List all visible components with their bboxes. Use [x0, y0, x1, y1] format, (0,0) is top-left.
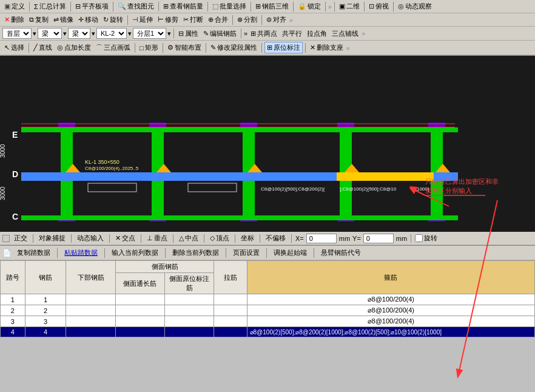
- cantilever-code-btn[interactable]: 悬臂钢筋代号: [318, 247, 364, 259]
- cell-id-4[interactable]: 4: [1, 327, 25, 337]
- input-col-btn[interactable]: 输入当前列数据: [109, 247, 161, 259]
- cell-bottom-1[interactable]: [66, 294, 115, 305]
- svg-text:KL-1 350×550: KL-1 350×550: [85, 159, 119, 165]
- cell-tie-2[interactable]: [214, 305, 247, 316]
- sep7: [293, 2, 294, 12]
- move-btn[interactable]: ✛ 移动: [76, 15, 100, 25]
- rotate-checkbox[interactable]: [415, 234, 423, 242]
- delete-btn[interactable]: ✕ 删除: [2, 15, 26, 25]
- edit-rebar-icon: ✎: [203, 30, 209, 38]
- intersect-btn[interactable]: ✕ 交点: [113, 233, 137, 243]
- cell-side-local-4[interactable]: [165, 327, 214, 337]
- three-arc-btn[interactable]: ⌒ 三点画弧: [94, 42, 132, 53]
- col-bottom-header: 下部钢筋: [66, 261, 115, 294]
- cell-hoop-3[interactable]: ⌀8@100/200(4): [247, 316, 534, 327]
- svg-text:C8@100(2)[500];C8@200(2)[: C8@100(2)[500];C8@200(2)[: [261, 186, 325, 192]
- batch-select-btn[interactable]: ⬚ 批量选择: [210, 1, 248, 12]
- del-support-btn[interactable]: ✕ 删除支座: [308, 42, 345, 53]
- three-pts-aux-btn[interactable]: 三点辅线: [330, 29, 360, 39]
- cell-side-long-3[interactable]: [115, 316, 164, 327]
- swap-end-btn[interactable]: 调换起始端: [271, 247, 310, 259]
- cell-no-2[interactable]: 2: [25, 305, 66, 316]
- view-rebar-btn[interactable]: ⊞ 查看钢筋量: [161, 1, 205, 12]
- lock-btn[interactable]: 🔒 锁定: [296, 1, 323, 12]
- twopts-icon: ⊞: [251, 30, 256, 38]
- snap-btn[interactable]: 对象捕捉: [37, 233, 67, 243]
- rotate-icon: ↻: [103, 16, 109, 24]
- id-dropdown[interactable]: KL-2: [96, 28, 127, 39]
- midpt-btn[interactable]: △ 中点: [177, 233, 200, 243]
- cell-side-local-3[interactable]: [165, 316, 214, 327]
- name-dropdown[interactable]: 梁: [68, 28, 90, 39]
- cell-hoop-4[interactable]: ⌀8@100(2)[500];⌀8@200(2)[1000];⌀8@100(2)…: [247, 327, 534, 337]
- rect-btn[interactable]: □ 矩形: [138, 42, 160, 53]
- y-input[interactable]: [363, 234, 394, 243]
- align-slab-btn[interactable]: ⊟ 平齐板项: [73, 1, 110, 12]
- coord-btn[interactable]: 坐标: [239, 233, 256, 243]
- rebar3d-icon: ⊞: [255, 2, 261, 10]
- cell-no-4[interactable]: 4: [25, 327, 66, 337]
- cell-side-local-2[interactable]: [165, 305, 214, 316]
- parallel-btn[interactable]: 共平行: [280, 29, 304, 39]
- x-input[interactable]: [306, 234, 337, 243]
- del-col-btn[interactable]: 删除当前列数据: [169, 247, 222, 259]
- cell-no-3[interactable]: 3: [25, 316, 66, 327]
- cell-hoop-1[interactable]: ⌀8@100/200(4): [247, 294, 534, 305]
- extend-btn[interactable]: ⊣ 延伸: [130, 15, 155, 25]
- cell-bottom-4[interactable]: [66, 327, 115, 337]
- cell-side-long-1[interactable]: [115, 294, 164, 305]
- corner-btn[interactable]: 拉点角: [305, 29, 329, 39]
- svg-text:E: E: [12, 130, 18, 140]
- ss9: [291, 234, 292, 243]
- cell-bottom-3[interactable]: [66, 316, 115, 327]
- cell-id-3[interactable]: 3: [1, 316, 25, 327]
- dynamic-obs-btn[interactable]: ◎ 动态观察: [396, 1, 434, 12]
- copy-step-btn[interactable]: 复制踏数据: [14, 247, 53, 259]
- smart-layout-btn[interactable]: ⚙ 智能布置: [166, 42, 203, 53]
- dynamic-icon: ◎: [398, 2, 404, 10]
- dynamic-input-btn[interactable]: 动态输入: [75, 233, 106, 243]
- cell-tie-4[interactable]: [214, 327, 247, 337]
- floor-dropdown[interactable]: 分层1: [133, 28, 166, 39]
- cell-no-1[interactable]: 1: [25, 294, 66, 305]
- cell-tie-3[interactable]: [214, 316, 247, 327]
- type-dropdown[interactable]: 梁: [38, 28, 62, 39]
- vertex-btn[interactable]: ◇ 顶点: [208, 233, 231, 243]
- merge-btn[interactable]: ⊕ 合并: [206, 15, 230, 25]
- paste-step-btn[interactable]: 粘贴踏数据: [61, 247, 101, 259]
- rebar-3d-btn[interactable]: ⊞ 钢筋三维: [254, 1, 291, 12]
- cell-hoop-2[interactable]: ⌀8@100/200(4): [247, 305, 534, 316]
- property-btn[interactable]: ⊟ 属性: [177, 29, 200, 39]
- find-elem-btn[interactable]: 🔍 查找图元: [116, 1, 156, 12]
- break-btn[interactable]: ✂ 打断: [181, 15, 205, 25]
- top-view-btn[interactable]: ⊡ 俯视: [367, 1, 391, 12]
- copy-btn[interactable]: ⧉ 复制: [27, 15, 50, 25]
- layer-dropdown[interactable]: 首层: [2, 28, 32, 39]
- select-btn[interactable]: ↖ 选择: [2, 42, 26, 53]
- no-offset-btn[interactable]: 不偏移: [264, 233, 288, 243]
- define-btn[interactable]: ▣ 定义: [2, 1, 27, 12]
- edit-rebar-btn[interactable]: ✎ 编辑钢筋: [201, 29, 238, 39]
- ortho-btn[interactable]: 正交: [12, 233, 29, 243]
- align-btn[interactable]: ⊜ 对齐: [264, 15, 288, 25]
- modify-seg-btn[interactable]: ✎ 修改梁段属性: [209, 42, 259, 53]
- line-btn[interactable]: ╱ 直线: [32, 42, 54, 53]
- pt-length-btn[interactable]: ◎ 点加长度: [55, 42, 93, 53]
- split-btn[interactable]: ⊗ 分割: [235, 15, 259, 25]
- two-pts-btn[interactable]: ⊞ 共两点: [249, 29, 279, 39]
- sum-calc-btn[interactable]: Σ 汇总计算: [32, 1, 68, 12]
- original-label-btn[interactable]: ⊞ 原位标注: [264, 42, 303, 53]
- cell-id-2[interactable]: 2: [1, 305, 25, 316]
- 2d-btn[interactable]: ▣ 二维: [337, 1, 362, 12]
- page-setup-btn[interactable]: 页面设置: [230, 247, 263, 259]
- cell-side-local-1[interactable]: [165, 294, 214, 305]
- mirror-btn[interactable]: ⇌ 镜像: [52, 15, 75, 25]
- cell-tie-1[interactable]: [214, 294, 247, 305]
- perp-btn[interactable]: ⊥ 垂点: [145, 233, 169, 243]
- cell-side-long-2[interactable]: [115, 305, 164, 316]
- rotate-btn[interactable]: ↻ 旋转: [101, 15, 125, 25]
- cell-side-long-4[interactable]: [115, 327, 164, 337]
- cell-id-1[interactable]: 1: [1, 294, 25, 305]
- cell-bottom-2[interactable]: [66, 305, 115, 316]
- trim-btn[interactable]: ⊢ 修剪: [156, 15, 180, 25]
